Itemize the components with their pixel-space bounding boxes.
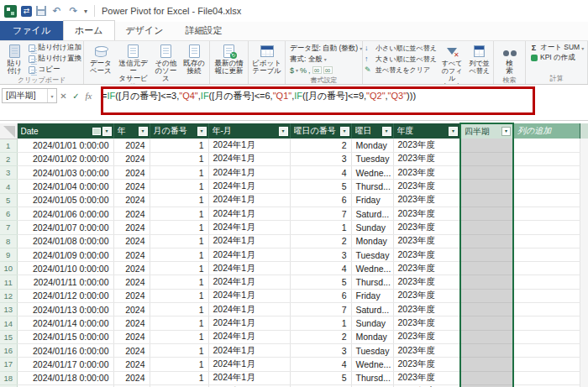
cell-曜日[interactable]: Friday (351, 193, 393, 207)
cell-列の追加[interactable] (513, 207, 580, 220)
cell-年度[interactable]: 2023年度 (393, 371, 460, 384)
existing-connections-button[interactable]: 既存の 接続 (181, 43, 207, 85)
cell-列の追加[interactable] (513, 330, 580, 343)
cell-年度[interactable]: 2023年度 (393, 330, 460, 343)
cell-曜日[interactable]: Friday (351, 289, 393, 302)
cell-月の番号[interactable]: 1 (150, 139, 208, 152)
cell-年[interactable]: 2024 (113, 289, 150, 302)
insert-function-button[interactable]: fx (82, 91, 95, 101)
paste-replace-button[interactable]: 貼り付け置換 (28, 54, 81, 64)
cell-Date[interactable]: 2024/01/03 0:00:00 (17, 166, 113, 180)
row-number[interactable]: 4 (0, 180, 17, 193)
row-number[interactable]: 8 (0, 234, 17, 248)
cell-月の番号[interactable]: 1 (150, 234, 208, 248)
select-all-corner[interactable] (0, 123, 17, 139)
cell-年度[interactable]: 2023年度 (393, 248, 460, 261)
cell-Date[interactable]: 2024/01/15 0:00:00 (17, 330, 113, 343)
paste-append-button[interactable]: 貼り付け追加 (28, 43, 81, 53)
cell-曜日[interactable]: Monday (351, 234, 393, 248)
cell-月の番号[interactable]: 1 (150, 193, 208, 207)
cell-年[interactable]: 2024 (113, 139, 150, 152)
column-header-年度[interactable]: 年度▾ (393, 123, 460, 139)
filter-dropdown-icon[interactable]: ▾ (197, 127, 207, 136)
cell-年-月[interactable]: 2024年1月 (208, 207, 290, 220)
cell-Date[interactable]: 2024/01/06 0:00:00 (17, 207, 113, 220)
row-number[interactable]: 6 (0, 207, 17, 220)
cell-月の番号[interactable]: 1 (150, 358, 208, 371)
cell-四半期[interactable] (460, 207, 513, 220)
refresh-button[interactable]: ↻ 最新の情 報に更新 (212, 43, 246, 76)
column-header-曜日[interactable]: 曜日▾ (351, 123, 393, 139)
cell-列の追加[interactable] (513, 248, 580, 261)
other-sources-button[interactable]: その他 のソース (150, 43, 181, 85)
cell-四半期[interactable] (460, 343, 513, 357)
save-icon[interactable] (36, 6, 46, 16)
cell-月の番号[interactable]: 1 (150, 371, 208, 384)
row-number[interactable]: 11 (0, 275, 17, 289)
cell-曜日[interactable]: Tuesday (351, 343, 393, 357)
cell-月の番号[interactable]: 1 (150, 207, 208, 220)
cell-月の番号[interactable]: 1 (150, 316, 208, 330)
cell-曜日の番号[interactable]: 3 (290, 343, 351, 357)
cell-曜日の番号[interactable]: 2 (290, 139, 351, 152)
cell-年[interactable]: 2024 (113, 166, 150, 180)
row-number[interactable]: 3 (0, 166, 17, 180)
cell-年度[interactable]: 2023年度 (393, 343, 460, 357)
cell-年-月[interactable]: 2024年1月 (208, 358, 290, 371)
cell-曜日[interactable]: Thursd... (351, 371, 393, 384)
cell-年[interactable]: 2024 (113, 180, 150, 193)
cell-年-月[interactable]: 2024年1月 (208, 316, 290, 330)
name-box[interactable]: [四半期] ▾ (2, 88, 57, 103)
cell-月の番号[interactable]: 1 (150, 330, 208, 343)
format-dropdown[interactable]: 書式: 全般▾ (290, 54, 327, 65)
cell-四半期[interactable] (460, 248, 513, 261)
row-number[interactable]: 1 (0, 139, 17, 152)
column-header-四半期[interactable]: 四半期▾ (460, 123, 513, 139)
filter-dropdown-icon[interactable]: ▾ (449, 127, 458, 136)
cell-月の番号[interactable]: 1 (150, 289, 208, 302)
row-number[interactable]: 9 (0, 248, 17, 261)
cell-年[interactable]: 2024 (113, 262, 150, 275)
cell-列の追加[interactable] (513, 234, 580, 248)
cell-四半期[interactable] (460, 221, 513, 234)
cell-曜日[interactable]: Saturd... (351, 207, 393, 220)
tab-design[interactable]: デザイン (115, 21, 175, 40)
cell-年-月[interactable]: 2024年1月 (208, 289, 290, 302)
cell-年[interactable]: 2024 (113, 152, 150, 165)
tab-home[interactable]: ホーム (63, 20, 115, 40)
column-header-曜日の番号[interactable]: 曜日の番号▾ (290, 123, 351, 139)
cell-年度[interactable]: 2023年度 (393, 193, 460, 207)
cell-年-月[interactable]: 2024年1月 (208, 166, 290, 180)
cell-曜日の番号[interactable]: 7 (290, 207, 351, 220)
cell-年度[interactable]: 2023年度 (393, 289, 460, 302)
row-number[interactable]: 7 (0, 221, 17, 234)
cell-年度[interactable]: 2023年度 (393, 221, 460, 234)
cell-列の追加[interactable] (513, 193, 580, 207)
sort-ascending-button[interactable]: ↓小さい順に並べ替え (365, 43, 437, 53)
cell-曜日[interactable]: Sunday (351, 221, 393, 234)
cell-Date[interactable]: 2024/01/05 0:00:00 (17, 193, 113, 207)
cell-年[interactable]: 2024 (113, 275, 150, 289)
cell-年度[interactable]: 2023年度 (393, 166, 460, 180)
sort-by-column-button[interactable]: 列で並 べ替え (467, 43, 491, 85)
cell-年度[interactable]: 2023年度 (393, 180, 460, 193)
cell-月の番号[interactable]: 1 (150, 248, 208, 261)
cell-列の追加[interactable] (513, 289, 580, 302)
column-header-年-月[interactable]: 年-月▾ (208, 123, 290, 139)
cell-列の追加[interactable] (513, 343, 580, 357)
cell-年[interactable]: 2024 (113, 193, 150, 207)
row-number[interactable]: 12 (0, 289, 17, 302)
redo-icon[interactable]: ↷ (67, 5, 80, 17)
cell-年[interactable]: 2024 (113, 248, 150, 261)
copy-button[interactable]: コピー (28, 65, 81, 75)
cell-曜日の番号[interactable]: 5 (290, 275, 351, 289)
cell-曜日の番号[interactable]: 6 (290, 289, 351, 302)
row-number[interactable]: 5 (0, 193, 17, 207)
cell-四半期[interactable] (460, 371, 513, 384)
cell-月の番号[interactable]: 1 (150, 221, 208, 234)
commit-formula-button[interactable]: ✓ (70, 92, 82, 101)
database-button[interactable]: データ ベース (86, 43, 116, 85)
cell-列の追加[interactable] (513, 371, 580, 384)
cell-年-月[interactable]: 2024年1月 (208, 221, 290, 234)
cell-Date[interactable]: 2024/01/07 0:00:00 (17, 221, 113, 234)
